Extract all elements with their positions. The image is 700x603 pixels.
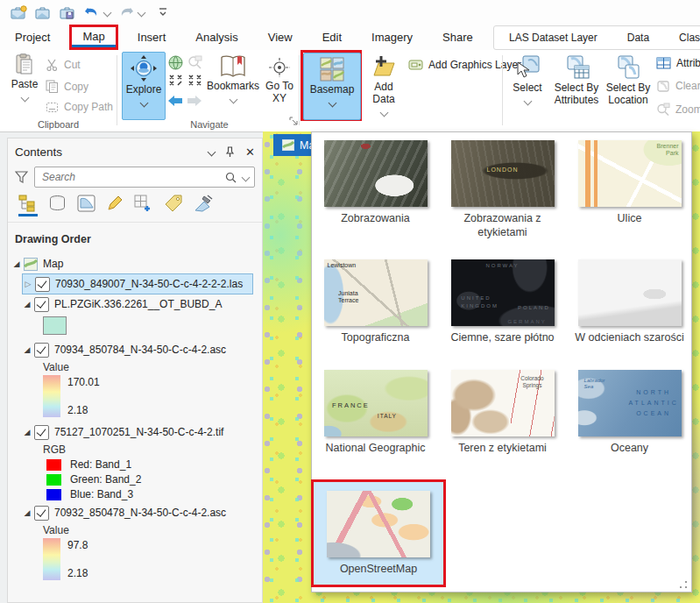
basemap-tile-lightgray[interactable]: W odcieniach szarości (566, 255, 693, 365)
basemap-tile-natgeo[interactable]: FRANCEITALYNational Geographic (312, 365, 439, 479)
basemap-tile-streets[interactable]: Brenner ParkUlice (566, 136, 693, 255)
labeling-icon[interactable] (164, 195, 183, 216)
tab-map[interactable]: Map (72, 27, 115, 47)
select-by-attributes-button[interactable]: Select By Attributes (551, 52, 602, 107)
basemap-tile-oceans[interactable]: NORTH ATLANTIC OCEANLabrador SeaOceany (566, 365, 693, 479)
expander-icon[interactable]: ◢ (22, 300, 32, 309)
save-project-icon[interactable] (60, 5, 76, 20)
layer-checkbox[interactable] (35, 277, 50, 292)
tab-share[interactable]: Share (432, 25, 484, 50)
zoom-to-button[interactable]: Zoom To (656, 103, 700, 116)
select-dropdown-icon[interactable] (523, 96, 532, 105)
snapping-icon[interactable] (134, 195, 153, 216)
drawing-order-icon[interactable] (18, 195, 38, 216)
go-to-xy-icon (268, 57, 291, 78)
search-dropdown-icon[interactable] (242, 173, 251, 181)
copy-path-button[interactable]: Copy Path (46, 101, 113, 113)
zoom-selection-icon[interactable] (187, 55, 202, 70)
tab-edit[interactable]: Edit (312, 25, 352, 50)
basemap-thumbnail-natgeo: FRANCEITALY (324, 370, 428, 436)
layer-checkbox[interactable] (34, 506, 49, 521)
explore-button[interactable]: Explore (122, 52, 166, 120)
add-graphics-layer-icon (408, 59, 423, 71)
band-color-swatch (46, 459, 61, 471)
basemap-button[interactable]: Basemap (303, 53, 361, 120)
contextual-tab-las-dataset-layer[interactable]: LAS Dataset Layer (494, 32, 612, 44)
resize-grip[interactable] (679, 580, 688, 589)
filter-icon[interactable] (15, 171, 28, 183)
go-to-xy-button[interactable]: Go To XY (261, 52, 298, 105)
undo-dropdown-icon[interactable] (103, 8, 112, 17)
basemap-tile-terrain[interactable]: Colorado SpringsTeren z etykietami (439, 365, 566, 479)
pane-options-icon[interactable] (208, 147, 216, 156)
search-icon[interactable] (225, 172, 237, 183)
bookmarks-dropdown-icon[interactable] (229, 95, 237, 103)
expander-icon[interactable]: ◢ (22, 508, 32, 517)
fixed-zoom-out-icon[interactable] (187, 74, 202, 87)
go-to-xy-label: Go To XY (265, 81, 294, 105)
contextual-tab-classification[interactable]: Classification (664, 32, 700, 44)
layer-row[interactable]: ▷70930_849007_N-34-50-C-c-4-2-2-2.las (22, 273, 253, 294)
tab-imagery[interactable]: Imagery (361, 25, 423, 50)
contextual-tab-data[interactable]: Data (612, 32, 664, 44)
tab-insert[interactable]: Insert (127, 25, 177, 50)
layer-checkbox[interactable] (34, 425, 49, 440)
layer-checkbox[interactable] (34, 343, 49, 358)
tab-project[interactable]: Project (4, 25, 60, 50)
fixed-zoom-in-icon[interactable] (168, 74, 183, 87)
basemap-tile-imagery-labels[interactable]: LONDONZobrazowania z etykietami (439, 136, 566, 255)
select-icon (514, 55, 541, 80)
layer-row[interactable]: ◢PL.PZGiK.336.2261__OT_BUBD_A (22, 294, 258, 314)
select-by-location-button[interactable]: Select By Location (605, 52, 651, 107)
add-data-dropdown-icon[interactable] (379, 108, 388, 117)
editing-icon[interactable] (106, 195, 124, 216)
layer-checkbox[interactable] (34, 297, 49, 312)
basemap-tile-label: Zobrazowania (341, 212, 410, 226)
select-button[interactable]: Select (507, 52, 548, 104)
map-node[interactable]: ◢Map (11, 254, 258, 273)
new-project-icon[interactable] (11, 5, 27, 20)
expander-icon[interactable]: ◢ (22, 428, 32, 436)
undo-icon[interactable] (84, 5, 100, 19)
add-data-button[interactable]: Add Data (366, 52, 401, 116)
full-extent-icon[interactable] (168, 55, 183, 70)
bookmarks-button[interactable]: Bookmarks (209, 52, 258, 103)
data-source-icon[interactable] (48, 195, 67, 216)
basemap-tile-dark[interactable]: NORWAYUNITED KINGDOMPOLANDGERMANYCiemne,… (439, 255, 566, 365)
explore-dropdown-icon[interactable] (139, 98, 148, 107)
tab-view[interactable]: View (258, 25, 303, 50)
selection-icon[interactable] (77, 195, 95, 216)
redo-icon[interactable] (118, 5, 134, 19)
layer-row[interactable]: ◢70932_850478_N-34-50-C-c-4-2.asc (22, 503, 258, 522)
basemap-tile-imagery[interactable]: Zobrazowania (312, 136, 439, 255)
redo-dropdown-icon[interactable] (138, 8, 146, 17)
search-input[interactable] (40, 170, 225, 184)
basemap-dropdown-icon[interactable] (328, 98, 336, 107)
perspective-icon[interactable] (194, 195, 214, 216)
copy-path-icon (46, 102, 59, 113)
add-graphics-layer-button[interactable]: Add Graphics Layer (408, 59, 521, 71)
close-icon[interactable]: ✕ (245, 145, 255, 159)
cut-button[interactable]: Cut (46, 59, 81, 71)
open-project-icon[interactable] (35, 5, 52, 20)
select-by-location-icon (615, 55, 641, 80)
basemap-tile-topo[interactable]: LewistownJuniata TerraceTopograficzna (312, 255, 439, 365)
paste-button[interactable]: Paste (7, 53, 42, 101)
tab-analysis[interactable]: Analysis (185, 25, 248, 50)
expander-icon[interactable]: ▷ (23, 280, 33, 288)
layer-row[interactable]: ◢75127_1070251_N-34-50-C-c-4-2.tif (22, 422, 258, 442)
pin-icon[interactable] (225, 146, 235, 158)
expander-icon[interactable]: ◢ (22, 345, 32, 354)
expander-icon[interactable]: ◢ (11, 259, 22, 268)
contents-pane-title: Contents (15, 145, 209, 159)
band-label: Red: Band_1 (70, 458, 131, 471)
customize-toolbar-icon[interactable] (158, 7, 168, 18)
polygon-symbol-swatch[interactable] (43, 316, 67, 335)
paste-dropdown-icon[interactable] (20, 93, 29, 102)
copy-button[interactable]: Copy (46, 80, 88, 93)
attributes-button[interactable]: Attribute (656, 57, 700, 69)
next-extent-icon[interactable] (186, 94, 203, 108)
layer-row[interactable]: ◢70934_850784_N-34-50-C-c-4-2.asc (22, 340, 258, 359)
previous-extent-icon[interactable] (166, 94, 184, 108)
clear-button[interactable]: Clear (656, 80, 700, 92)
